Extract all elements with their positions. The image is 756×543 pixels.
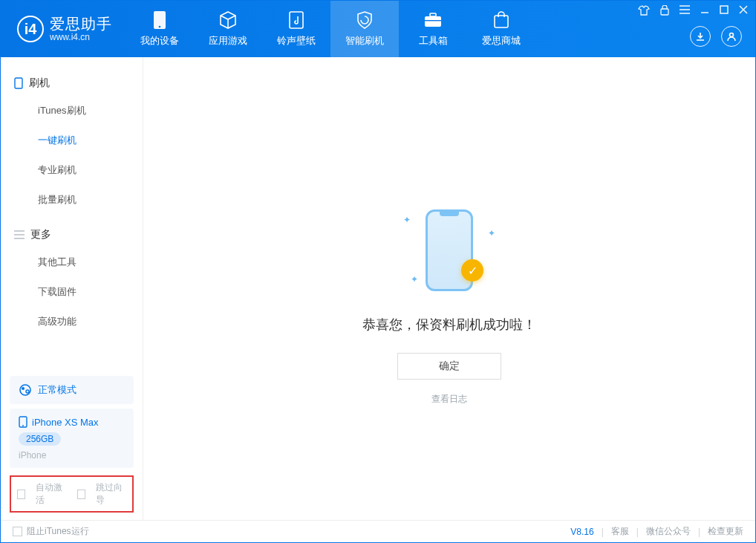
body: 刷机 iTunes刷机 一键刷机 专业刷机 批量刷机 更多 其他工具 下载固件 …	[1, 57, 755, 520]
header-actions	[690, 26, 742, 47]
menu-icon[interactable]	[680, 5, 690, 16]
shield-icon	[355, 10, 374, 30]
main-tabs: 我的设备 应用游戏 铃声壁纸 智能刷机 工具箱 爱思商城	[126, 1, 535, 57]
window-controls	[638, 5, 748, 16]
sidebar-item-itunes-flash[interactable]: iTunes刷机	[1, 96, 143, 126]
sidebar-item-other-tools[interactable]: 其他工具	[1, 247, 143, 277]
footer: 阻止iTunes运行 V8.16 | 客服 | 微信公众号 | 检查更新	[1, 520, 755, 542]
device-info[interactable]: iPhone XS Max 256GB iPhone	[10, 409, 134, 468]
tab-toolbox[interactable]: 工具箱	[399, 1, 467, 57]
logo: i4 爱思助手 www.i4.cn	[1, 1, 126, 57]
ok-button[interactable]: 确定	[397, 353, 501, 380]
checkbox-skip-guide[interactable]	[77, 490, 85, 499]
svg-point-1	[159, 26, 161, 28]
sidebar-item-batch-flash[interactable]: 批量刷机	[1, 185, 143, 215]
user-button[interactable]	[721, 26, 742, 47]
maximize-icon[interactable]	[720, 5, 729, 16]
support-link[interactable]: 客服	[611, 525, 629, 538]
tab-label: 工具箱	[419, 34, 448, 48]
logo-icon: i4	[17, 16, 44, 42]
tab-apps[interactable]: 应用游戏	[194, 1, 262, 57]
list-icon	[14, 230, 25, 239]
svg-point-11	[20, 385, 30, 395]
success-illustration: ✦ ✦ ✦ ✓	[397, 206, 501, 295]
svg-rect-10	[15, 78, 22, 88]
mode-label: 正常模式	[38, 383, 76, 397]
checkbox-auto-activate[interactable]	[17, 490, 25, 499]
mode-indicator[interactable]: 正常模式	[10, 376, 134, 404]
tab-my-device[interactable]: 我的设备	[126, 1, 194, 57]
app-window: i4 爱思助手 www.i4.cn 我的设备 应用游戏 铃声壁纸 智能刷机	[0, 0, 756, 543]
sidebar: 刷机 iTunes刷机 一键刷机 专业刷机 批量刷机 更多 其他工具 下载固件 …	[1, 57, 143, 520]
titlebar: i4 爱思助手 www.i4.cn 我的设备 应用游戏 铃声壁纸 智能刷机	[1, 1, 755, 57]
sidebar-item-pro-flash[interactable]: 专业刷机	[1, 155, 143, 185]
tab-smart-flash[interactable]: 智能刷机	[330, 1, 399, 57]
device-small-icon	[14, 77, 23, 89]
svg-rect-5	[425, 20, 441, 21]
toolbox-icon	[423, 10, 443, 30]
download-button[interactable]	[690, 26, 711, 47]
cube-icon	[218, 10, 238, 30]
sidebar-item-advanced[interactable]: 高级功能	[1, 307, 143, 336]
tab-label: 爱思商城	[482, 34, 521, 48]
lock-icon[interactable]	[660, 5, 669, 16]
check-badge-icon: ✓	[461, 259, 483, 282]
sparkle-icon: ✦	[403, 215, 411, 225]
tshirt-icon[interactable]	[638, 5, 650, 16]
svg-rect-2	[290, 12, 303, 28]
section-label: 刷机	[29, 77, 50, 90]
check-update-link[interactable]: 检查更新	[708, 525, 743, 538]
svg-point-15	[22, 425, 24, 426]
svg-point-12	[22, 387, 25, 390]
svg-rect-4	[430, 13, 436, 16]
svg-point-13	[26, 390, 29, 393]
svg-rect-3	[425, 16, 441, 27]
flash-options: 自动激活 跳过向导	[10, 475, 134, 513]
device-type: iPhone	[19, 450, 125, 461]
auto-activate-label: 自动激活	[36, 481, 66, 507]
svg-point-9	[730, 33, 734, 37]
sidebar-section-more: 更多	[1, 222, 143, 247]
section-label: 更多	[30, 228, 51, 241]
music-icon	[287, 10, 306, 30]
tab-ringtone[interactable]: 铃声壁纸	[262, 1, 330, 57]
phone-small-icon	[19, 416, 27, 428]
storage-badge: 256GB	[19, 432, 61, 446]
device-name: iPhone XS Max	[32, 417, 99, 428]
app-url: www.i4.cn	[50, 33, 112, 43]
version: V8.16	[570, 527, 593, 537]
block-itunes-label: 阻止iTunes运行	[27, 525, 89, 538]
sparkle-icon: ✦	[488, 228, 495, 238]
svg-rect-8	[720, 6, 728, 13]
view-log-link[interactable]: 查看日志	[431, 393, 467, 406]
svg-rect-6	[495, 16, 508, 27]
tab-store[interactable]: 爱思商城	[467, 1, 535, 57]
close-icon[interactable]	[739, 5, 748, 16]
main-content: ✦ ✦ ✦ ✓ 恭喜您，保资料刷机成功啦！ 确定 查看日志	[143, 57, 755, 520]
success-message: 恭喜您，保资料刷机成功啦！	[362, 316, 536, 334]
wechat-link[interactable]: 微信公众号	[646, 525, 691, 538]
phone-icon	[150, 10, 169, 30]
tab-label: 我的设备	[140, 34, 179, 48]
sidebar-item-one-click-flash[interactable]: 一键刷机	[1, 126, 143, 155]
svg-rect-7	[661, 9, 668, 15]
mode-icon	[19, 383, 32, 397]
sparkle-icon: ✦	[411, 274, 418, 284]
app-name: 爱思助手	[50, 16, 112, 33]
sidebar-item-download-firmware[interactable]: 下载固件	[1, 277, 143, 307]
tab-label: 铃声壁纸	[277, 34, 316, 48]
minimize-icon[interactable]	[700, 5, 709, 16]
sidebar-section-flash: 刷机	[1, 71, 143, 96]
skip-guide-label: 跳过向导	[96, 481, 126, 507]
bag-icon	[492, 10, 511, 30]
tab-label: 智能刷机	[345, 34, 384, 48]
tab-label: 应用游戏	[209, 34, 247, 48]
checkbox-block-itunes[interactable]	[13, 527, 22, 536]
